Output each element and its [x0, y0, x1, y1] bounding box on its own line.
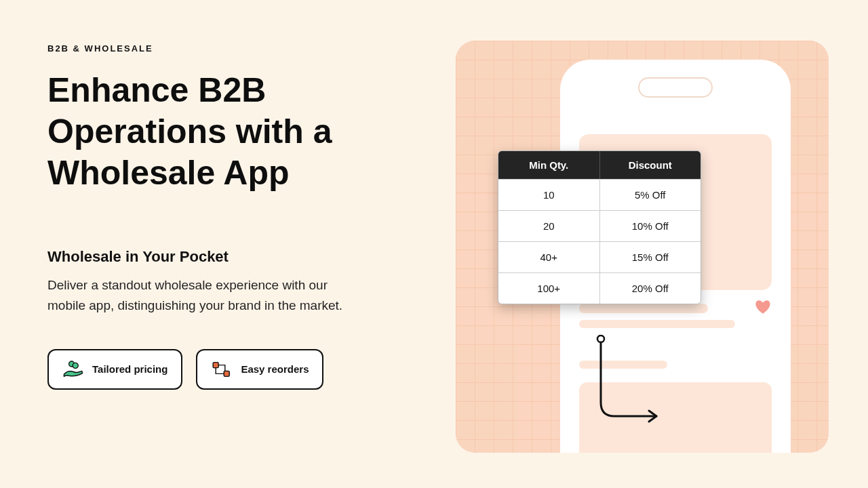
table-row: 10 5% Off [498, 179, 701, 210]
table-row: 20 10% Off [498, 210, 701, 241]
hand-coins-icon [62, 360, 84, 379]
headline: Enhance B2B Operations with a Wholesale … [47, 70, 400, 194]
subheadline: Wholesale in Your Pocket [47, 248, 400, 266]
table-header-qty: Min Qty. [498, 151, 600, 179]
table-header-row: Min Qty. Discount [498, 151, 701, 179]
svg-rect-3 [224, 371, 230, 376]
feature-pill-row: Tailored pricing Easy reorders [47, 349, 400, 390]
connector-arrow-icon [591, 335, 673, 430]
svg-rect-2 [214, 362, 219, 367]
illustration-panel: Min Qty. Discount 10 5% Off 20 10% Off 4… [456, 41, 829, 453]
pricing-tiers-table: Min Qty. Discount 10 5% Off 20 10% Off 4… [498, 150, 701, 304]
cell-qty: 40+ [498, 242, 600, 272]
feature-pill-easy-reorders: Easy reorders [196, 349, 323, 390]
phone-notch [638, 77, 713, 98]
table-row: 40+ 15% Off [498, 241, 701, 272]
flow-nodes-icon [211, 360, 233, 379]
cell-qty: 100+ [498, 273, 600, 304]
feature-pill-tailored-pricing: Tailored pricing [47, 349, 182, 390]
table-header-discount: Discount [600, 151, 701, 179]
svg-point-1 [73, 363, 78, 368]
hero-copy: B2B & WHOLESALE Enhance B2B Operations w… [47, 43, 400, 390]
text-line-placeholder [579, 320, 735, 328]
cell-discount: 20% Off [600, 273, 701, 304]
text-line-placeholder [579, 304, 708, 313]
heart-icon [754, 298, 772, 314]
cell-qty: 10 [498, 180, 600, 210]
cell-discount: 10% Off [600, 211, 701, 241]
feature-pill-label: Easy reorders [241, 363, 309, 375]
cell-qty: 20 [498, 211, 600, 241]
table-row: 100+ 20% Off [498, 272, 701, 304]
cell-discount: 5% Off [600, 180, 701, 210]
eyebrow-label: B2B & WHOLESALE [47, 43, 400, 54]
feature-pill-label: Tailored pricing [92, 363, 167, 375]
body-copy: Deliver a standout wholesale experience … [47, 275, 346, 317]
cell-discount: 15% Off [600, 242, 701, 272]
